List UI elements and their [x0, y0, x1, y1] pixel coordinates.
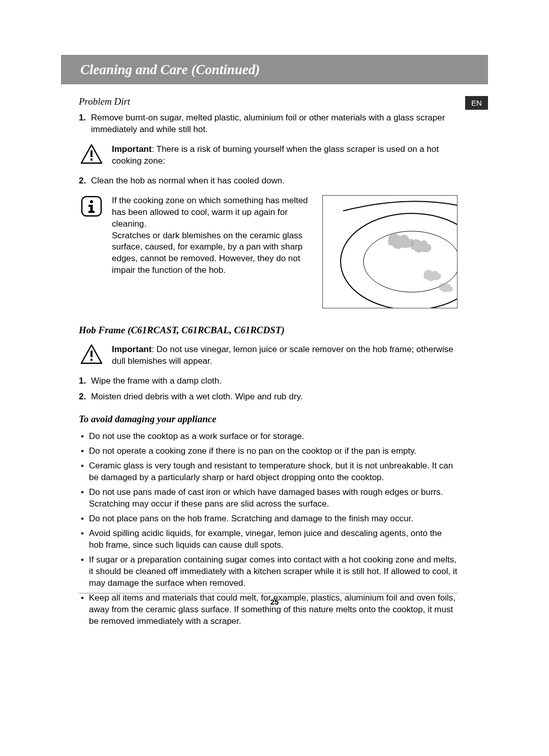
hob-diagram [322, 195, 458, 308]
svg-rect-1 [90, 150, 93, 157]
bullet-icon: • [79, 431, 89, 443]
info-row: If the cooking zone on which something h… [79, 195, 458, 308]
list-number: 1. [79, 375, 91, 387]
bullet-icon: • [79, 487, 89, 510]
page-header: Cleaning and Care (Continued) [61, 55, 488, 84]
page-title: Cleaning and Care (Continued) [80, 62, 260, 78]
warning-body: : Do not use vinegar, lemon juice or sca… [112, 344, 453, 366]
bullet-icon: • [79, 513, 89, 525]
info-text: If the cooking zone on which something h… [112, 195, 312, 277]
svg-rect-2 [90, 159, 93, 161]
svg-point-4 [90, 200, 93, 203]
section-heading-avoid-damage: To avoid damaging your appliance [79, 414, 458, 425]
list-text: Do not use pans made of cast iron or whi… [89, 487, 458, 510]
svg-rect-7 [88, 211, 95, 213]
list-text: Wipe the frame with a damp cloth. [91, 375, 222, 387]
list-text: Clean the hob as normal when it has cool… [91, 175, 285, 187]
warning-label: Important [112, 344, 151, 354]
section-hob-frame: Hob Frame (C61RCAST, C61RCBAL, C61RCDST)… [79, 325, 458, 403]
page-number: 25 [0, 597, 549, 606]
warning-body: : There is a risk of burning yourself wh… [112, 144, 439, 166]
list-number: 1. [79, 112, 91, 136]
info-paragraph: If the cooking zone on which something h… [112, 195, 312, 230]
list-item: •Do not operate a cooking zone if there … [79, 446, 458, 457]
list-item: 2. Clean the hob as normal when it has c… [79, 175, 458, 187]
list-number: 2. [79, 175, 91, 187]
list-item: 1. Remove burnt-on sugar, melted plastic… [79, 112, 458, 136]
list-text: Ceramic glass is very tough and resistan… [89, 460, 458, 484]
list-text: Do not operate a cooking zone if there i… [89, 446, 416, 457]
page-content: Problem Dirt 1. Remove burnt-on sugar, m… [79, 96, 458, 631]
list-number: 2. [79, 391, 91, 403]
list-item: •Avoid spilling acidic liquids, for exam… [79, 528, 458, 551]
section-heading-problem-dirt: Problem Dirt [79, 96, 458, 107]
list-item: 1. Wipe the frame with a damp cloth. [79, 375, 458, 387]
warning-text: Important: Do not use vinegar, lemon jui… [112, 344, 458, 367]
warning-callout: Important: Do not use vinegar, lemon jui… [79, 344, 458, 367]
warning-icon [79, 144, 104, 164]
section-heading-hob-frame: Hob Frame (C61RCAST, C61RCBAL, C61RCDST) [79, 325, 458, 336]
svg-rect-11 [90, 351, 93, 357]
list-item: •Ceramic glass is very tough and resista… [79, 460, 458, 484]
warning-icon [79, 344, 104, 364]
warning-label: Important [112, 144, 151, 154]
info-icon [79, 195, 104, 217]
svg-rect-6 [88, 205, 92, 207]
list-text: Moisten dried debris with a wet cloth. W… [91, 391, 302, 403]
info-paragraph: Scratches or dark blemishes on the ceram… [112, 230, 312, 277]
svg-point-8 [341, 213, 458, 308]
list-item: 2. Moisten dried debris with a wet cloth… [79, 391, 458, 403]
list-item: •Do not use the cooktop as a work surfac… [79, 431, 458, 443]
language-badge: EN [465, 96, 488, 110]
list-text: Do not place pans on the hob frame. Scra… [89, 513, 413, 525]
list-item: •Do not place pans on the hob frame. Scr… [79, 513, 458, 525]
bullet-icon: • [79, 528, 89, 551]
list-item: •If sugar or a preparation containing su… [79, 554, 458, 589]
bullet-icon: • [79, 446, 89, 457]
list-text: Do not use the cooktop as a work surface… [89, 431, 304, 443]
bullet-icon: • [79, 554, 89, 589]
list-text: Remove burnt-on sugar, melted plastic, a… [91, 112, 458, 136]
warning-text: Important: There is a risk of burning yo… [112, 144, 458, 167]
list-text: If sugar or a preparation containing sug… [89, 554, 458, 589]
warning-callout: Important: There is a risk of burning yo… [79, 144, 458, 167]
svg-rect-12 [90, 359, 93, 361]
footer-rule [79, 593, 458, 593]
list-item: •Do not use pans made of cast iron or wh… [79, 487, 458, 510]
section-avoid-damage: To avoid damaging your appliance •Do not… [79, 414, 458, 627]
bullet-icon: • [79, 460, 89, 484]
list-text: Avoid spilling acidic liquids, for examp… [89, 528, 458, 551]
